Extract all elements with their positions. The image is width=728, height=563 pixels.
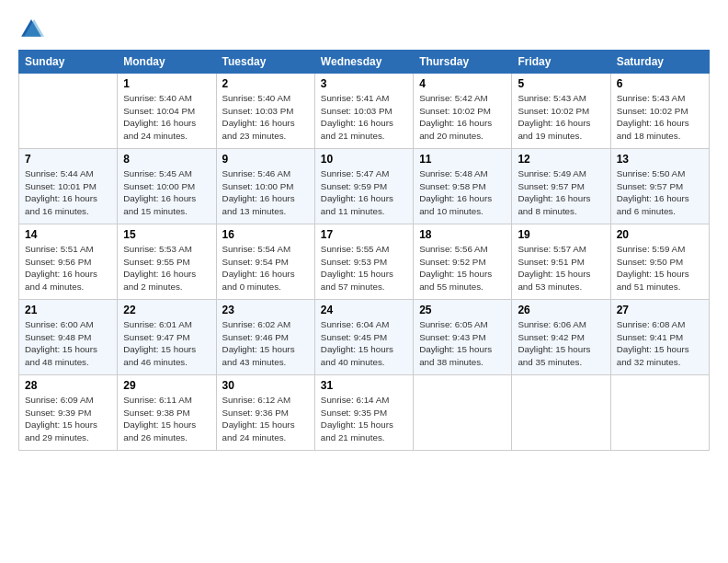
day-number: 21 xyxy=(25,304,111,316)
col-header-sunday: Sunday xyxy=(19,51,118,74)
header xyxy=(18,17,710,42)
calendar-cell: 17Sunrise: 5:55 AMSunset: 9:53 PMDayligh… xyxy=(314,224,413,300)
day-info: Sunrise: 5:43 AMSunset: 10:02 PMDaylight… xyxy=(518,92,604,143)
day-info: Sunrise: 5:49 AMSunset: 9:57 PMDaylight:… xyxy=(518,167,604,218)
calendar-cell: 1Sunrise: 5:40 AMSunset: 10:04 PMDayligh… xyxy=(118,74,216,149)
day-info: Sunrise: 6:00 AMSunset: 9:48 PMDaylight:… xyxy=(25,318,111,369)
day-info: Sunrise: 5:51 AMSunset: 9:56 PMDaylight:… xyxy=(25,243,111,293)
logo xyxy=(18,17,46,42)
calendar-cell: 7Sunrise: 5:44 AMSunset: 10:01 PMDayligh… xyxy=(19,149,118,224)
week-row-4: 21Sunrise: 6:00 AMSunset: 9:48 PMDayligh… xyxy=(19,300,710,375)
day-number: 14 xyxy=(25,228,111,241)
day-number: 29 xyxy=(123,379,210,392)
day-info: Sunrise: 6:06 AMSunset: 9:42 PMDaylight:… xyxy=(518,318,604,369)
week-row-2: 7Sunrise: 5:44 AMSunset: 10:01 PMDayligh… xyxy=(19,149,710,224)
calendar-cell: 20Sunrise: 5:59 AMSunset: 9:50 PMDayligh… xyxy=(610,224,709,300)
week-row-1: 1Sunrise: 5:40 AMSunset: 10:04 PMDayligh… xyxy=(19,74,710,149)
calendar-cell: 22Sunrise: 6:01 AMSunset: 9:47 PMDayligh… xyxy=(118,300,216,375)
day-info: Sunrise: 5:55 AMSunset: 9:53 PMDaylight:… xyxy=(321,243,407,293)
calendar-cell: 26Sunrise: 6:06 AMSunset: 9:42 PMDayligh… xyxy=(512,300,610,375)
calendar-cell: 29Sunrise: 6:11 AMSunset: 9:38 PMDayligh… xyxy=(118,375,216,451)
calendar-cell: 24Sunrise: 6:04 AMSunset: 9:45 PMDayligh… xyxy=(314,300,413,375)
calendar-cell: 4Sunrise: 5:42 AMSunset: 10:02 PMDayligh… xyxy=(414,74,512,149)
day-number: 9 xyxy=(222,153,309,166)
calendar-cell xyxy=(610,375,709,451)
day-info: Sunrise: 6:05 AMSunset: 9:43 PMDaylight:… xyxy=(419,318,506,369)
day-number: 24 xyxy=(321,304,407,316)
calendar-cell: 12Sunrise: 5:49 AMSunset: 9:57 PMDayligh… xyxy=(512,149,610,224)
col-header-saturday: Saturday xyxy=(610,51,709,74)
day-info: Sunrise: 6:09 AMSunset: 9:39 PMDaylight:… xyxy=(25,394,111,444)
calendar-cell: 18Sunrise: 5:56 AMSunset: 9:52 PMDayligh… xyxy=(414,224,512,300)
day-number: 19 xyxy=(518,228,604,241)
calendar-cell: 11Sunrise: 5:48 AMSunset: 9:58 PMDayligh… xyxy=(414,149,512,224)
calendar-cell: 8Sunrise: 5:45 AMSunset: 10:00 PMDayligh… xyxy=(118,149,216,224)
day-info: Sunrise: 5:53 AMSunset: 9:55 PMDaylight:… xyxy=(123,243,210,293)
day-number: 31 xyxy=(321,379,407,392)
week-row-5: 28Sunrise: 6:09 AMSunset: 9:39 PMDayligh… xyxy=(19,375,710,451)
day-number: 16 xyxy=(222,228,309,241)
calendar-cell: 13Sunrise: 5:50 AMSunset: 9:57 PMDayligh… xyxy=(610,149,709,224)
day-number: 15 xyxy=(123,228,210,241)
day-number: 26 xyxy=(518,304,604,316)
day-number: 12 xyxy=(518,153,604,166)
day-info: Sunrise: 6:08 AMSunset: 9:41 PMDaylight:… xyxy=(617,318,703,369)
day-number: 6 xyxy=(617,77,703,90)
calendar-cell: 23Sunrise: 6:02 AMSunset: 9:46 PMDayligh… xyxy=(216,300,314,375)
day-info: Sunrise: 5:57 AMSunset: 9:51 PMDaylight:… xyxy=(518,243,604,293)
page: SundayMondayTuesdayWednesdayThursdayFrid… xyxy=(0,0,728,563)
day-info: Sunrise: 5:59 AMSunset: 9:50 PMDaylight:… xyxy=(617,243,703,293)
col-header-monday: Monday xyxy=(118,51,216,74)
calendar-cell: 5Sunrise: 5:43 AMSunset: 10:02 PMDayligh… xyxy=(512,74,610,149)
day-info: Sunrise: 5:54 AMSunset: 9:54 PMDaylight:… xyxy=(222,243,309,293)
day-number: 4 xyxy=(419,77,506,90)
day-number: 28 xyxy=(25,379,111,392)
col-header-thursday: Thursday xyxy=(414,51,512,74)
calendar-cell: 21Sunrise: 6:00 AMSunset: 9:48 PMDayligh… xyxy=(19,300,118,375)
day-number: 23 xyxy=(222,304,309,316)
day-info: Sunrise: 6:04 AMSunset: 9:45 PMDaylight:… xyxy=(321,318,407,369)
logo-icon xyxy=(18,17,44,42)
calendar-cell xyxy=(414,375,512,451)
day-number: 18 xyxy=(419,228,506,241)
calendar-cell xyxy=(512,375,610,451)
day-number: 11 xyxy=(419,153,506,166)
day-info: Sunrise: 6:14 AMSunset: 9:35 PMDaylight:… xyxy=(321,394,407,444)
day-info: Sunrise: 5:46 AMSunset: 10:00 PMDaylight… xyxy=(222,167,309,218)
day-info: Sunrise: 5:42 AMSunset: 10:02 PMDaylight… xyxy=(419,92,506,143)
calendar-cell: 19Sunrise: 5:57 AMSunset: 9:51 PMDayligh… xyxy=(512,224,610,300)
day-number: 1 xyxy=(123,77,210,90)
calendar-cell: 25Sunrise: 6:05 AMSunset: 9:43 PMDayligh… xyxy=(414,300,512,375)
calendar-cell: 30Sunrise: 6:12 AMSunset: 9:36 PMDayligh… xyxy=(216,375,314,451)
day-info: Sunrise: 6:02 AMSunset: 9:46 PMDaylight:… xyxy=(222,318,309,369)
day-info: Sunrise: 6:12 AMSunset: 9:36 PMDaylight:… xyxy=(222,394,309,444)
calendar-header-row: SundayMondayTuesdayWednesdayThursdayFrid… xyxy=(19,51,710,74)
col-header-tuesday: Tuesday xyxy=(216,51,314,74)
calendar-table: SundayMondayTuesdayWednesdayThursdayFrid… xyxy=(18,50,710,451)
day-info: Sunrise: 5:40 AMSunset: 10:04 PMDaylight… xyxy=(123,92,210,143)
col-header-friday: Friday xyxy=(512,51,610,74)
calendar-cell: 10Sunrise: 5:47 AMSunset: 9:59 PMDayligh… xyxy=(314,149,413,224)
day-number: 30 xyxy=(222,379,309,392)
day-info: Sunrise: 5:44 AMSunset: 10:01 PMDaylight… xyxy=(25,167,111,218)
day-info: Sunrise: 5:45 AMSunset: 10:00 PMDaylight… xyxy=(123,167,210,218)
calendar-cell: 14Sunrise: 5:51 AMSunset: 9:56 PMDayligh… xyxy=(19,224,118,300)
day-number: 13 xyxy=(617,153,703,166)
calendar-cell: 27Sunrise: 6:08 AMSunset: 9:41 PMDayligh… xyxy=(610,300,709,375)
day-number: 3 xyxy=(321,77,407,90)
calendar-cell: 3Sunrise: 5:41 AMSunset: 10:03 PMDayligh… xyxy=(314,74,413,149)
calendar-cell: 15Sunrise: 5:53 AMSunset: 9:55 PMDayligh… xyxy=(118,224,216,300)
calendar-cell: 2Sunrise: 5:40 AMSunset: 10:03 PMDayligh… xyxy=(216,74,314,149)
calendar-cell: 28Sunrise: 6:09 AMSunset: 9:39 PMDayligh… xyxy=(19,375,118,451)
calendar-cell xyxy=(19,74,118,149)
day-info: Sunrise: 5:47 AMSunset: 9:59 PMDaylight:… xyxy=(321,167,407,218)
col-header-wednesday: Wednesday xyxy=(314,51,413,74)
day-number: 8 xyxy=(123,153,210,166)
day-info: Sunrise: 5:40 AMSunset: 10:03 PMDaylight… xyxy=(222,92,309,143)
day-info: Sunrise: 5:50 AMSunset: 9:57 PMDaylight:… xyxy=(617,167,703,218)
day-number: 20 xyxy=(617,228,703,241)
day-info: Sunrise: 5:48 AMSunset: 9:58 PMDaylight:… xyxy=(419,167,506,218)
day-info: Sunrise: 5:43 AMSunset: 10:02 PMDaylight… xyxy=(617,92,703,143)
day-number: 10 xyxy=(321,153,407,166)
day-info: Sunrise: 5:41 AMSunset: 10:03 PMDaylight… xyxy=(321,92,407,143)
